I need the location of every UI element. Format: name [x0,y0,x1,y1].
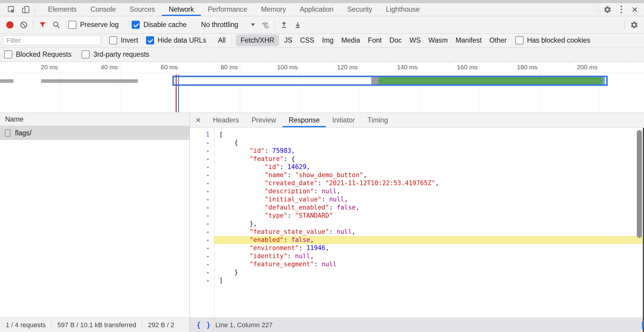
overview-request-bar[interactable] [0,79,13,83]
name-column-header[interactable]: Name [0,113,189,126]
overview-request-bar[interactable] [41,79,138,83]
type-filter-font[interactable]: Font [364,35,386,46]
tab-elements[interactable]: Elements [41,3,84,16]
type-filter-wasm[interactable]: Wasm [425,35,452,46]
close-detail-icon[interactable]: × [190,113,207,127]
inspect-element-icon[interactable] [4,3,19,16]
filter-input[interactable] [3,35,101,45]
fold-marker[interactable]: - [190,236,214,244]
code-line[interactable]: } [214,268,644,276]
code-line[interactable]: "type": "STANDARD" [214,212,644,220]
type-filter-fetch-xhr[interactable]: Fetch/XHR [236,35,279,46]
request-row[interactable]: flags/ [0,126,189,140]
fold-marker[interactable]: - [190,195,214,204]
preserve-log-label: Preserve log [80,21,119,29]
fold-marker[interactable]: - [190,260,214,268]
fold-marker[interactable]: - [190,204,214,212]
code-line[interactable]: { [214,139,644,147]
disable-cache-checkbox[interactable] [132,21,140,29]
type-filter-js[interactable]: JS [280,35,296,46]
timeline-tick-label: 20 ms [41,62,58,73]
code-line[interactable]: "identity": null, [214,252,644,260]
code-line[interactable]: "description": null, [214,187,644,195]
fold-marker[interactable]: - [190,139,214,147]
import-har-button[interactable] [277,16,291,33]
code-line[interactable]: "feature_segment": null [214,260,644,268]
search-button[interactable] [49,16,63,33]
detail-tab-response[interactable]: Response [282,113,326,127]
code-line[interactable]: "initial_value": null, [214,195,644,204]
tab-security[interactable]: Security [340,3,379,16]
fold-marker[interactable]: - [190,163,214,171]
code-line[interactable]: "feature": { [214,155,644,163]
type-filter-other[interactable]: Other [485,35,511,46]
tab-network[interactable]: Network [162,3,201,16]
tab-performance[interactable]: Performance [201,3,254,16]
type-filter-manifest[interactable]: Manifest [452,35,485,46]
invert-checkbox[interactable] [109,36,117,44]
clear-button[interactable] [17,16,31,33]
code-line[interactable]: "id": 14629, [214,163,644,171]
has-blocked-cookies-checkbox[interactable] [515,36,523,44]
preserve-log-checkbox[interactable] [68,21,76,29]
type-filter-css[interactable]: CSS [296,35,318,46]
blocked-requests-checkbox[interactable] [4,50,12,59]
response-code[interactable]: [ { "id": 75983, "feature": { "id": 1462… [214,128,644,318]
tab-memory[interactable]: Memory [254,3,293,16]
code-line[interactable]: "default_enabled": false, [214,204,644,212]
throttling-select[interactable]: No throttling [201,21,255,29]
network-status-bar: 1 / 4 requests597 B / 10.1 kB transferre… [0,318,189,332]
hide-data-urls-checkbox[interactable] [146,36,154,44]
detail-tab-timing[interactable]: Timing [361,113,394,127]
fold-marker[interactable]: - [190,212,214,220]
timeline-overview[interactable]: 20 ms40 ms60 ms80 ms100 ms120 ms140 ms16… [0,62,644,113]
tab-application[interactable]: Application [293,3,341,16]
type-filter-ws[interactable]: WS [406,35,425,46]
selected-request-bar[interactable] [172,76,608,86]
export-har-button[interactable] [291,16,305,33]
code-line[interactable]: "created_date": "2021-11-12T10:22:53.419… [214,179,644,187]
code-line[interactable]: }, [214,220,644,228]
filter-toggle-button[interactable] [36,16,49,33]
code-line-highlighted[interactable]: "enabled": false, [214,236,644,244]
fold-marker[interactable]: - [190,244,214,252]
code-line[interactable]: [ [214,131,644,139]
tab-lighthouse[interactable]: Lighthouse [379,3,427,16]
type-filter-img[interactable]: Img [318,35,337,46]
format-braces-icon[interactable]: { } [196,321,211,329]
fold-marker[interactable]: - [190,220,214,228]
detail-tab-preview[interactable]: Preview [245,113,282,127]
code-line[interactable]: "environment": 11946, [214,244,644,252]
fold-marker[interactable]: - [190,147,214,155]
third-party-requests-checkbox[interactable] [82,50,90,59]
type-filter-media[interactable]: Media [337,35,364,46]
code-line[interactable]: "name": "show_demo_button", [214,171,644,179]
record-button[interactable] [3,16,17,33]
fold-marker[interactable]: - [190,179,214,187]
fold-marker[interactable]: - [190,187,214,195]
fold-marker[interactable]: - [190,276,214,285]
response-viewer[interactable]: 1------------------ [ { "id": 75983, "fe… [190,128,644,318]
close-devtools-icon[interactable]: × [628,3,642,16]
tab-sources[interactable]: Sources [123,3,162,16]
network-conditions-button[interactable] [258,16,272,33]
type-filter-all[interactable]: All [214,35,230,46]
tab-console[interactable]: Console [84,3,123,16]
code-line[interactable]: "id": 75983, [214,147,644,155]
device-toolbar-icon[interactable] [19,3,33,16]
network-settings-gear-icon[interactable] [627,16,641,33]
line-number[interactable]: 1 [190,131,214,139]
fold-marker[interactable]: - [190,228,214,236]
fold-marker[interactable]: - [190,171,214,179]
detail-tab-headers[interactable]: Headers [207,113,245,127]
settings-gear-icon[interactable] [600,3,615,16]
type-filter-doc[interactable]: Doc [386,35,406,46]
code-line[interactable]: ] [214,276,644,285]
fold-marker[interactable]: - [190,155,214,163]
detail-tab-initiator[interactable]: Initiator [326,113,361,127]
vertical-scrollbar[interactable] [637,130,642,238]
more-options-icon[interactable] [615,3,628,16]
fold-marker[interactable]: - [190,268,214,276]
code-line[interactable]: "feature_state_value": null, [214,228,644,236]
fold-marker[interactable]: - [190,252,214,260]
